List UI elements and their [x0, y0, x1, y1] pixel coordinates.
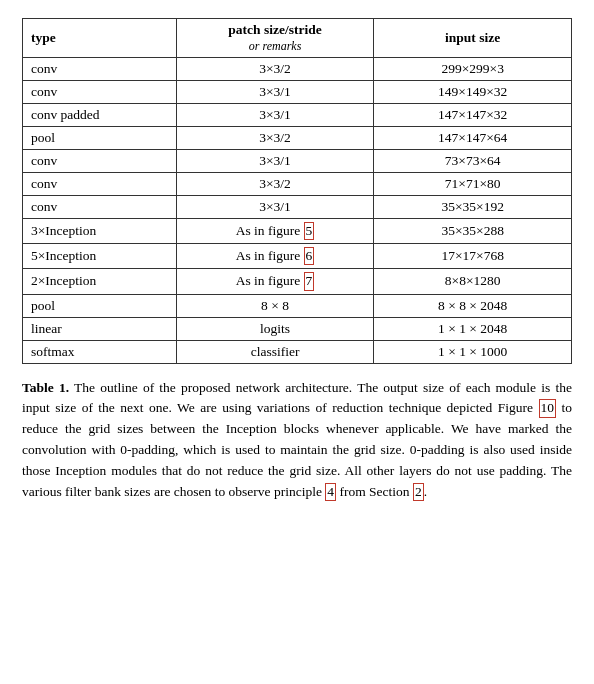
cell-patch: As in figure 5 [176, 219, 374, 244]
architecture-table: type patch size/stride or remarks input … [22, 18, 572, 364]
cell-type: conv [23, 173, 177, 196]
cell-patch: 3×3/1 [176, 81, 374, 104]
header-input: input size [374, 19, 572, 58]
architecture-table-wrapper: type patch size/stride or remarks input … [22, 18, 572, 364]
header-patch: patch size/stride or remarks [176, 19, 374, 58]
table-row: pool8 × 88 × 8 × 2048 [23, 294, 572, 317]
cell-input: 1 × 1 × 1000 [374, 340, 572, 363]
table-row: 5×InceptionAs in figure 617×17×768 [23, 244, 572, 269]
table-row: conv3×3/1149×149×32 [23, 81, 572, 104]
cell-input: 147×147×64 [374, 127, 572, 150]
table-row: conv padded3×3/1147×147×32 [23, 104, 572, 127]
cell-input: 147×147×32 [374, 104, 572, 127]
cell-type: conv padded [23, 104, 177, 127]
cell-patch: 3×3/2 [176, 173, 374, 196]
cell-input: 17×17×768 [374, 244, 572, 269]
table-row: 2×InceptionAs in figure 78×8×1280 [23, 269, 572, 294]
caption-label: Table 1. [22, 380, 69, 395]
cell-input: 8 × 8 × 2048 [374, 294, 572, 317]
header-input-label: input size [445, 30, 500, 45]
cell-type: conv [23, 81, 177, 104]
table-row: conv3×3/2299×299×3 [23, 58, 572, 81]
cell-input: 299×299×3 [374, 58, 572, 81]
cell-input: 73×73×64 [374, 150, 572, 173]
cell-type: softmax [23, 340, 177, 363]
cell-input: 71×71×80 [374, 173, 572, 196]
caption-text-1: The outline of the proposed network arch… [22, 380, 572, 416]
table-row: linearlogits1 × 1 × 2048 [23, 317, 572, 340]
cell-patch: 3×3/2 [176, 58, 374, 81]
cell-type: 2×Inception [23, 269, 177, 294]
cell-type: 3×Inception [23, 219, 177, 244]
cell-patch: 3×3/1 [176, 104, 374, 127]
cell-patch: 3×3/1 [176, 150, 374, 173]
header-type-label: type [31, 30, 56, 45]
cell-patch: logits [176, 317, 374, 340]
caption-ref-2: 2 [413, 483, 424, 501]
cell-input: 8×8×1280 [374, 269, 572, 294]
cell-type: conv [23, 196, 177, 219]
header-patch-sub-label: or remarks [249, 39, 302, 53]
cell-patch: 8 × 8 [176, 294, 374, 317]
cell-input: 35×35×192 [374, 196, 572, 219]
cell-type: 5×Inception [23, 244, 177, 269]
cell-patch: 3×3/2 [176, 127, 374, 150]
cell-patch: 3×3/1 [176, 196, 374, 219]
table-row: pool3×3/2147×147×64 [23, 127, 572, 150]
cell-type: conv [23, 58, 177, 81]
cell-type: linear [23, 317, 177, 340]
table-row: conv3×3/173×73×64 [23, 150, 572, 173]
cell-patch: As in figure 6 [176, 244, 374, 269]
table-row: softmaxclassifier1 × 1 × 1000 [23, 340, 572, 363]
cell-type: pool [23, 127, 177, 150]
header-type: type [23, 19, 177, 58]
cell-input: 1 × 1 × 2048 [374, 317, 572, 340]
cell-patch: As in figure 7 [176, 269, 374, 294]
table-caption: Table 1. The outline of the proposed net… [22, 378, 572, 504]
table-row: conv3×3/271×71×80 [23, 173, 572, 196]
header-patch-label: patch size/stride [228, 22, 321, 37]
table-row: 3×InceptionAs in figure 535×35×288 [23, 219, 572, 244]
caption-text-3: from Section [336, 484, 413, 499]
table-row: conv3×3/135×35×192 [23, 196, 572, 219]
caption-text-4: . [424, 484, 427, 499]
cell-type: conv [23, 150, 177, 173]
cell-input: 35×35×288 [374, 219, 572, 244]
cell-patch: classifier [176, 340, 374, 363]
caption-ref-4: 4 [325, 483, 336, 501]
caption-ref-10: 10 [539, 399, 557, 417]
cell-type: pool [23, 294, 177, 317]
cell-input: 149×149×32 [374, 81, 572, 104]
